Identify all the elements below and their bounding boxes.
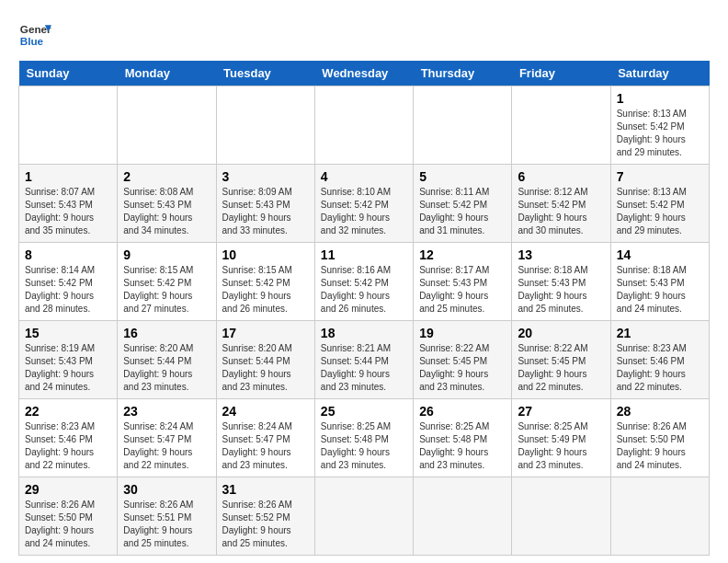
day-info: Sunrise: 8:23 AMSunset: 5:46 PMDaylight:… [25, 420, 111, 472]
day-number: 21 [617, 326, 703, 340]
day-info: Sunrise: 8:18 AMSunset: 5:43 PMDaylight:… [518, 264, 604, 316]
calendar-cell: 3Sunrise: 8:09 AMSunset: 5:43 PMDaylight… [216, 165, 314, 243]
calendar-cell [314, 86, 413, 165]
day-number: 25 [321, 404, 407, 419]
calendar-cell: 31Sunrise: 8:26 AMSunset: 5:52 PMDayligh… [216, 477, 314, 556]
calendar-cell: 19Sunrise: 8:22 AMSunset: 5:45 PMDayligh… [414, 321, 512, 399]
calendar-cell [216, 86, 314, 165]
calendar-header-thursday: Thursday [414, 61, 512, 86]
day-number: 3 [222, 169, 309, 184]
day-info: Sunrise: 8:25 AMSunset: 5:49 PMDaylight:… [518, 420, 604, 472]
day-number: 1 [617, 91, 703, 106]
day-number: 10 [222, 247, 309, 262]
calendar-cell [19, 86, 118, 165]
calendar-cell: 5Sunrise: 8:11 AMSunset: 5:42 PMDaylight… [414, 165, 512, 243]
calendar-cell: 14Sunrise: 8:18 AMSunset: 5:43 PMDayligh… [610, 243, 709, 321]
calendar-cell [610, 477, 709, 556]
day-number: 30 [123, 482, 210, 497]
calendar-week-row: 8Sunrise: 8:14 AMSunset: 5:42 PMDaylight… [19, 243, 710, 321]
day-info: Sunrise: 8:25 AMSunset: 5:48 PMDaylight:… [321, 420, 407, 472]
calendar-cell: 29Sunrise: 8:26 AMSunset: 5:50 PMDayligh… [19, 477, 118, 556]
day-info: Sunrise: 8:11 AMSunset: 5:42 PMDaylight:… [419, 186, 506, 237]
day-number: 12 [419, 247, 506, 262]
day-number: 4 [321, 169, 407, 184]
calendar-cell: 17Sunrise: 8:20 AMSunset: 5:44 PMDayligh… [216, 321, 314, 399]
calendar-header-row: SundayMondayTuesdayWednesdayThursdayFrid… [19, 61, 710, 86]
day-number: 23 [123, 404, 210, 419]
day-info: Sunrise: 8:26 AMSunset: 5:51 PMDaylight:… [123, 499, 210, 550]
day-info: Sunrise: 8:26 AMSunset: 5:50 PMDaylight:… [25, 499, 111, 550]
calendar-week-row: 1Sunrise: 8:13 AMSunset: 5:42 PMDaylight… [19, 86, 710, 165]
day-number: 26 [419, 404, 506, 419]
calendar-cell: 24Sunrise: 8:24 AMSunset: 5:47 PMDayligh… [216, 399, 314, 477]
logo: General Blue [18, 18, 51, 52]
day-info: Sunrise: 8:08 AMSunset: 5:43 PMDaylight:… [123, 186, 210, 237]
day-info: Sunrise: 8:26 AMSunset: 5:52 PMDaylight:… [222, 499, 309, 550]
calendar-cell: 2Sunrise: 8:08 AMSunset: 5:43 PMDaylight… [118, 165, 216, 243]
day-info: Sunrise: 8:21 AMSunset: 5:44 PMDaylight:… [321, 342, 407, 394]
calendar-week-row: 15Sunrise: 8:19 AMSunset: 5:43 PMDayligh… [19, 321, 710, 399]
svg-text:Blue: Blue [20, 35, 44, 47]
day-number: 31 [222, 482, 309, 497]
day-number: 27 [518, 404, 604, 419]
calendar-cell: 26Sunrise: 8:25 AMSunset: 5:48 PMDayligh… [414, 399, 512, 477]
day-number: 13 [518, 247, 604, 262]
day-number: 11 [321, 247, 407, 262]
day-info: Sunrise: 8:22 AMSunset: 5:45 PMDaylight:… [419, 342, 506, 394]
calendar-cell: 7Sunrise: 8:13 AMSunset: 5:42 PMDaylight… [610, 165, 709, 243]
day-info: Sunrise: 8:23 AMSunset: 5:46 PMDaylight:… [617, 342, 703, 394]
day-number: 8 [25, 247, 111, 262]
calendar-header-wednesday: Wednesday [314, 61, 413, 86]
calendar-cell: 16Sunrise: 8:20 AMSunset: 5:44 PMDayligh… [118, 321, 216, 399]
day-info: Sunrise: 8:13 AMSunset: 5:42 PMDaylight:… [617, 108, 703, 159]
calendar-cell: 9Sunrise: 8:15 AMSunset: 5:42 PMDaylight… [118, 243, 216, 321]
calendar-cell: 6Sunrise: 8:12 AMSunset: 5:42 PMDaylight… [512, 165, 610, 243]
day-info: Sunrise: 8:26 AMSunset: 5:50 PMDaylight:… [617, 420, 703, 472]
day-info: Sunrise: 8:17 AMSunset: 5:43 PMDaylight:… [419, 264, 506, 316]
day-info: Sunrise: 8:09 AMSunset: 5:43 PMDaylight:… [222, 186, 309, 237]
day-info: Sunrise: 8:10 AMSunset: 5:42 PMDaylight:… [321, 186, 407, 237]
calendar-cell [414, 477, 512, 556]
calendar-cell [314, 477, 413, 556]
calendar-cell [118, 86, 216, 165]
day-info: Sunrise: 8:20 AMSunset: 5:44 PMDaylight:… [123, 342, 210, 394]
day-info: Sunrise: 8:13 AMSunset: 5:42 PMDaylight:… [617, 186, 703, 237]
calendar-header-sunday: Sunday [19, 61, 118, 86]
calendar-cell: 12Sunrise: 8:17 AMSunset: 5:43 PMDayligh… [414, 243, 512, 321]
calendar-week-row: 29Sunrise: 8:26 AMSunset: 5:50 PMDayligh… [19, 477, 710, 556]
day-number: 1 [25, 169, 111, 184]
day-number: 19 [419, 326, 506, 340]
calendar-cell: 27Sunrise: 8:25 AMSunset: 5:49 PMDayligh… [512, 399, 610, 477]
calendar-cell: 13Sunrise: 8:18 AMSunset: 5:43 PMDayligh… [512, 243, 610, 321]
calendar-cell: 20Sunrise: 8:22 AMSunset: 5:45 PMDayligh… [512, 321, 610, 399]
logo-icon: General Blue [18, 18, 51, 52]
calendar-header-monday: Monday [118, 61, 216, 86]
header: General Blue [18, 18, 710, 52]
calendar-cell: 22Sunrise: 8:23 AMSunset: 5:46 PMDayligh… [19, 399, 118, 477]
day-number: 22 [25, 404, 111, 419]
calendar-cell: 1Sunrise: 8:07 AMSunset: 5:43 PMDaylight… [19, 165, 118, 243]
calendar-cell [512, 86, 610, 165]
day-number: 17 [222, 326, 309, 340]
day-number: 2 [123, 169, 210, 184]
calendar-week-row: 1Sunrise: 8:07 AMSunset: 5:43 PMDaylight… [19, 165, 710, 243]
day-info: Sunrise: 8:22 AMSunset: 5:45 PMDaylight:… [518, 342, 604, 394]
day-info: Sunrise: 8:20 AMSunset: 5:44 PMDaylight:… [222, 342, 309, 394]
calendar-cell: 18Sunrise: 8:21 AMSunset: 5:44 PMDayligh… [314, 321, 413, 399]
day-number: 9 [123, 247, 210, 262]
day-number: 28 [617, 404, 703, 419]
day-info: Sunrise: 8:25 AMSunset: 5:48 PMDaylight:… [419, 420, 506, 472]
day-number: 14 [617, 247, 703, 262]
day-number: 5 [419, 169, 506, 184]
calendar-header-tuesday: Tuesday [216, 61, 314, 86]
calendar-cell: 1Sunrise: 8:13 AMSunset: 5:42 PMDaylight… [610, 86, 709, 165]
day-info: Sunrise: 8:19 AMSunset: 5:43 PMDaylight:… [25, 342, 111, 394]
day-info: Sunrise: 8:07 AMSunset: 5:43 PMDaylight:… [25, 186, 111, 237]
calendar-cell: 8Sunrise: 8:14 AMSunset: 5:42 PMDaylight… [19, 243, 118, 321]
day-number: 7 [617, 169, 703, 184]
calendar-cell: 10Sunrise: 8:15 AMSunset: 5:42 PMDayligh… [216, 243, 314, 321]
calendar-header-saturday: Saturday [610, 61, 709, 86]
calendar-table: SundayMondayTuesdayWednesdayThursdayFrid… [18, 61, 710, 556]
calendar-cell [414, 86, 512, 165]
calendar-cell: 4Sunrise: 8:10 AMSunset: 5:42 PMDaylight… [314, 165, 413, 243]
